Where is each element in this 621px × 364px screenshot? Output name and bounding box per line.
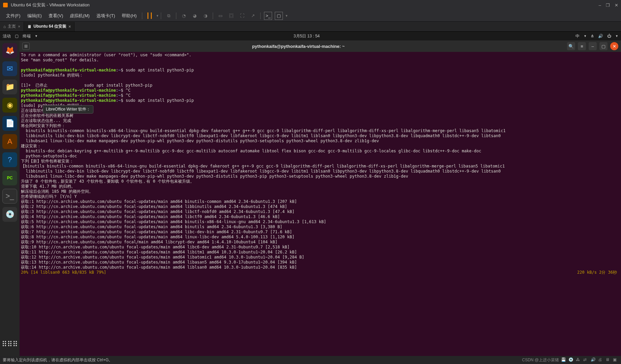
download-speed: 220 kB/s 2分 36秒 — [577, 270, 617, 275]
device-cd-icon[interactable]: 💿 — [568, 357, 574, 363]
view-single-button[interactable]: ▭ — [216, 12, 225, 20]
snapshot-button[interactable]: ◔ — [180, 12, 188, 20]
device-disk-icon[interactable]: 💾 — [561, 357, 566, 363]
dock-libreoffice-writer[interactable]: 📄 — [2, 116, 17, 131]
hamburger-menu-button[interactable]: ≡ — [578, 42, 586, 50]
dock-files[interactable]: 📁 — [2, 80, 17, 94]
device-network-icon[interactable]: 🖧 — [576, 357, 581, 363]
device-sound-icon[interactable]: 🔊 — [591, 357, 596, 363]
statusbar-hint: 要将输入定向到该虚拟机，请在虚拟机内部单击或按 Ctrl+G。 — [3, 357, 113, 363]
new-tab-button[interactable]: ⊞ — [22, 42, 30, 50]
minimize-button[interactable]: – — [599, 3, 601, 8]
terminal-maximize-button[interactable]: ▢ — [599, 42, 608, 50]
gnome-dock: 🦊 ✉ 📁 ◉ 📄 A ? PC >_ 💿 ⠿⠿⠿ — [0, 40, 20, 356]
terminal-title: pythonkaifa@pythonkaifa-virtual-machine:… — [32, 44, 564, 49]
view-dropdown-icon[interactable]: ▼ — [285, 14, 288, 18]
dock-help[interactable]: ? — [2, 152, 17, 167]
console-button[interactable]: >_ — [264, 12, 272, 20]
dock-terminal[interactable]: >_ — [2, 189, 17, 204]
dock-firefox[interactable]: 🦊 — [2, 43, 17, 58]
fullscreen-button[interactable]: ⛶ — [238, 12, 246, 20]
tab-vm-label: Ubuntu 64 位安装 — [33, 24, 66, 29]
system-dropdown-icon[interactable]: ▼ — [615, 34, 618, 38]
network-icon[interactable]: ⋔ — [591, 34, 594, 38]
download-progress: 20% [14 liblsan0 663 kB/835 kB 79%] — [21, 270, 106, 275]
maximize-button[interactable]: ❐ — [606, 3, 610, 8]
power-dropdown-icon[interactable]: ▼ — [156, 14, 159, 18]
terminal-menu-icon: ▢ — [15, 34, 19, 38]
close-button[interactable]: ✕ — [615, 3, 618, 8]
menu-view[interactable]: 查看(V) — [45, 13, 66, 19]
close-tab-vm[interactable]: × — [68, 24, 71, 29]
menu-help[interactable]: 帮助(H) — [118, 13, 140, 19]
device-printer-icon[interactable]: 🖨 — [598, 357, 603, 363]
terminal-minimize-button[interactable]: – — [589, 42, 597, 50]
terminal-window-titlebar: ⊞ pythonkaifa@pythonkaifa-virtual-machin… — [20, 40, 621, 52]
manage-snapshot-button[interactable]: ◑ — [201, 12, 209, 20]
menu-file[interactable]: 文件(F) — [3, 13, 24, 19]
send-ctrl-alt-del-button[interactable]: ⧉ — [165, 12, 173, 20]
vm-tabs: ⌂ 主页 × 🖥 Ubuntu 64 位安装 × — [0, 22, 621, 32]
input-dropdown-icon: ▼ — [584, 34, 587, 38]
vm-monitor-icon: 🖥 — [27, 24, 31, 29]
terminal-close-button[interactable]: ✕ — [610, 42, 618, 50]
window-titlebar: Ubuntu 64 位安装 - VMware Workstation – ❐ ✕ — [0, 0, 621, 10]
close-tab-home[interactable]: × — [18, 24, 20, 29]
menubar: 文件(F) 编辑(E) 查看(V) 虚拟机(M) 选项卡(T) 帮助(H) ┃┃… — [0, 10, 621, 22]
menu-edit[interactable]: 编辑(E) — [24, 13, 45, 19]
dock-dvd[interactable]: 💿 — [2, 207, 17, 222]
clock[interactable]: 3月5日 13 : 54 — [38, 33, 575, 39]
dock-thunderbird[interactable]: ✉ — [2, 61, 17, 76]
activities-button[interactable]: 活动 — [3, 33, 11, 39]
home-icon: ⌂ — [3, 24, 6, 29]
watermark: CSDN @上进小菜猪 — [522, 357, 559, 363]
search-button[interactable]: 🔍 — [567, 42, 575, 50]
dock-ubuntu-software[interactable]: A — [2, 134, 17, 149]
dock-show-apps[interactable]: ⠿⠿⠿ — [2, 337, 17, 352]
tab-home-label: 主页 — [8, 24, 16, 29]
volume-icon[interactable]: 🔊 — [598, 34, 603, 38]
gnome-topbar: 活动 ▢ 终端 ▼ 3月5日 13 : 54 中 ▼ ⋔ 🔊 ⏻ ▼ — [0, 32, 621, 40]
guest-display[interactable]: 活动 ▢ 终端 ▼ 3月5日 13 : 54 中 ▼ ⋔ 🔊 ⏻ ▼ 🦊 ✉ 📁… — [0, 32, 621, 356]
unity-button[interactable]: ↗ — [249, 12, 257, 20]
window-title: Ubuntu 64 位安装 - VMware Workstation — [11, 2, 599, 8]
menu-tabs[interactable]: 选项卡(T) — [93, 13, 119, 19]
terminal-dropdown-icon[interactable]: ▼ — [35, 34, 38, 38]
terminal-output[interactable]: To run a command as administrator (user … — [20, 52, 621, 356]
tab-home[interactable]: ⌂ 主页 × — [0, 22, 24, 31]
menu-vm[interactable]: 虚拟机(M) — [66, 13, 93, 19]
stretch-button[interactable]: ▢ — [275, 12, 283, 20]
dock-tooltip: LibreOffice Writer 软件： — [43, 105, 93, 114]
device-message-icon[interactable]: ▣ — [613, 357, 618, 363]
device-display-icon[interactable]: 🖥 — [605, 357, 611, 363]
pause-vm-button[interactable]: ┃┃ — [146, 12, 154, 20]
tab-vm-ubuntu[interactable]: 🖥 Ubuntu 64 位安装 × — [24, 22, 75, 31]
dock-pycharm[interactable]: PC — [2, 171, 17, 185]
dock-rhythmbox[interactable]: ◉ — [2, 98, 17, 113]
device-usb-icon[interactable]: ⇄ — [583, 357, 589, 363]
vmware-statusbar: 要将输入定向到该虚拟机，请在虚拟机内部单击或按 Ctrl+G。 CSDN @上进… — [0, 356, 621, 364]
vmware-icon — [3, 2, 8, 8]
input-method-indicator[interactable]: 中 — [575, 33, 580, 39]
revert-snapshot-button[interactable]: ◕ — [190, 12, 199, 20]
terminal-app-label[interactable]: 终端 — [23, 33, 31, 39]
view-multi-button[interactable]: ⿴ — [227, 12, 235, 20]
power-icon[interactable]: ⏻ — [607, 34, 611, 38]
